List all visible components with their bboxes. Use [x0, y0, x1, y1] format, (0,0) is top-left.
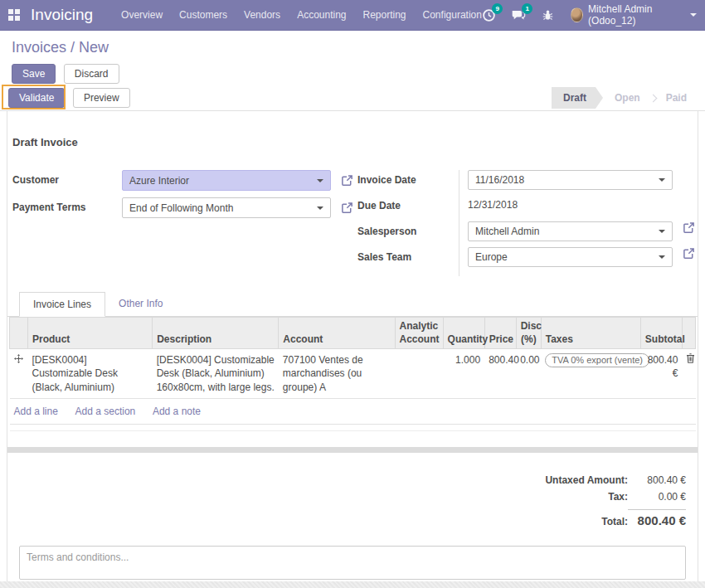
tax-label: Tax: — [608, 491, 628, 503]
preview-button[interactable]: Preview — [73, 88, 130, 108]
cell-taxes[interactable]: TVA 0% export (vente) — [541, 349, 640, 399]
status-step-open[interactable]: Open — [603, 87, 652, 109]
external-link-icon[interactable] — [341, 174, 353, 187]
empty-line — [10, 424, 696, 430]
chevron-down-icon — [659, 255, 665, 259]
invoice-lines-table: Product Description Account Analytic Acc… — [9, 317, 696, 431]
cell-quantity[interactable]: 1.000 — [443, 349, 484, 399]
main-menu: Overview Customers Vendors Accounting Re… — [121, 9, 482, 21]
user-menu[interactable]: Mitchell Admin (Odoo_12) — [571, 3, 697, 27]
add-a-note-link[interactable]: Add a note — [153, 406, 201, 417]
external-link-icon[interactable] — [341, 202, 353, 214]
chevron-down-icon — [659, 178, 665, 182]
untaxed-amount-value: 800.40 € — [628, 474, 686, 486]
drag-handle[interactable] — [10, 349, 28, 399]
cell-account[interactable]: 707100 Ventes de marchandises (ou groupe… — [279, 349, 395, 399]
payment-terms-select[interactable]: End of Following Month — [122, 197, 331, 218]
sales-team-label: Sales Team — [357, 247, 459, 273]
col-subtotal[interactable]: Subtotal — [640, 318, 682, 349]
external-link-icon[interactable] — [683, 247, 695, 260]
tab-invoice-lines[interactable]: Invoice Lines — [19, 292, 105, 317]
col-quantity[interactable]: Quantity — [443, 318, 484, 349]
col-discount[interactable]: Disc (%) — [516, 318, 541, 349]
handle-column-header — [10, 318, 28, 349]
activity-count-badge: 9 — [492, 3, 503, 14]
activities-button[interactable]: 9 — [482, 7, 496, 23]
untaxed-amount-label: Untaxed Amount: — [545, 474, 628, 486]
chevron-down-icon — [659, 230, 665, 233]
nav-item-customers[interactable]: Customers — [179, 9, 227, 21]
payment-terms-label: Payment Terms — [12, 197, 122, 213]
col-account[interactable]: Account — [279, 318, 395, 349]
invoice-form-sheet: Draft Invoice Customer Azure Interior — [7, 111, 698, 581]
col-price[interactable]: Price — [484, 318, 516, 349]
apps-menu-icon[interactable] — [0, 0, 27, 31]
messages-button[interactable]: 1 — [511, 7, 526, 23]
horizontal-scrollbar[interactable] — [7, 447, 698, 453]
due-date-label: Due Date — [357, 196, 459, 221]
notebook-tabs: Invoice Lines Other Info — [7, 291, 698, 317]
col-taxes[interactable]: Taxes — [541, 318, 640, 349]
user-name: Mitchell Admin (Odoo_12) — [588, 3, 685, 27]
discard-button[interactable]: Discard — [64, 64, 119, 84]
chevron-down-icon — [317, 207, 323, 210]
chevron-down-icon — [317, 179, 323, 182]
save-button[interactable]: Save — [12, 64, 56, 84]
tab-other-info[interactable]: Other Info — [105, 292, 176, 317]
top-navbar: Invoicing Overview Customers Vendors Acc… — [0, 0, 705, 31]
cell-product[interactable]: [DESK0004] Customizable Desk (Black, Alu… — [28, 349, 153, 399]
nav-item-vendors[interactable]: Vendors — [244, 9, 280, 21]
move-icon — [14, 354, 23, 363]
page: Invoicing Overview Customers Vendors Acc… — [0, 0, 705, 588]
trash-icon — [686, 353, 695, 363]
nav-item-accounting[interactable]: Accounting — [297, 9, 346, 21]
status-step-paid[interactable]: Paid — [654, 87, 698, 109]
col-analytic-account[interactable]: Analytic Account — [395, 318, 443, 349]
message-count-badge: 1 — [522, 3, 532, 14]
terms-and-conditions-textarea[interactable] — [19, 546, 686, 580]
sales-team-select[interactable]: Europe — [468, 247, 673, 267]
cell-delete[interactable] — [682, 349, 695, 399]
invoice-date-value: 11/16/2018 — [475, 174, 524, 186]
col-description[interactable]: Description — [153, 318, 279, 349]
status-step-draft[interactable]: Draft — [552, 87, 603, 109]
grid-icon — [8, 9, 20, 21]
col-product[interactable]: Product — [28, 318, 153, 349]
totals-section: Untaxed Amount: 800.40 € Tax: 0.00 € Tot… — [7, 474, 698, 527]
bug-icon — [542, 9, 554, 22]
chevron-down-icon — [690, 13, 697, 17]
salesperson-value: Mitchell Admin — [475, 226, 539, 237]
payment-terms-value: End of Following Month — [129, 202, 233, 214]
invoice-date-label: Invoice Date — [357, 170, 459, 196]
customer-label: Customer — [12, 170, 122, 186]
tax-value: 0.00 € — [628, 491, 686, 503]
due-date-value: 12/31/2018 — [468, 196, 518, 211]
customer-value: Azure Interior — [129, 175, 189, 187]
add-a-section-link[interactable]: Add a section — [75, 406, 136, 417]
draft-invoice-title: Draft Invoice — [7, 136, 698, 148]
add-a-line-link[interactable]: Add a line — [14, 406, 58, 417]
salesperson-select[interactable]: Mitchell Admin — [468, 221, 673, 241]
nav-item-overview[interactable]: Overview — [121, 9, 163, 21]
cell-description[interactable]: [DESK0004] Customizable Desk (Black, Alu… — [153, 349, 279, 399]
validate-button[interactable]: Validate — [8, 88, 65, 108]
salesperson-label: Salesperson — [357, 221, 459, 247]
avatar — [571, 7, 584, 22]
external-link-icon[interactable] — [683, 221, 695, 234]
invoice-line-row[interactable]: [DESK0004] Customizable Desk (Black, Alu… — [10, 349, 696, 399]
total-value: 800.40 € — [628, 509, 686, 527]
customer-select[interactable]: Azure Interior — [122, 170, 331, 191]
cell-analytic-account[interactable] — [395, 349, 443, 399]
cell-price[interactable]: 800.40 — [484, 349, 516, 399]
breadcrumb[interactable]: Invoices / New — [12, 39, 693, 56]
page-bottom-strip — [0, 581, 705, 588]
control-panel: Invoices / New Save Discard — [0, 31, 705, 85]
tax-tag[interactable]: TVA 0% export (vente) — [545, 353, 649, 367]
cell-discount[interactable]: 0.00 — [516, 349, 541, 399]
invoice-date-select[interactable]: 11/16/2018 — [468, 170, 673, 190]
total-label: Total: — [601, 516, 628, 527]
app-title[interactable]: Invoicing — [27, 6, 101, 24]
debug-button[interactable] — [541, 7, 555, 23]
nav-item-reporting[interactable]: Reporting — [363, 9, 406, 21]
nav-item-configuration[interactable]: Configuration — [423, 9, 482, 21]
